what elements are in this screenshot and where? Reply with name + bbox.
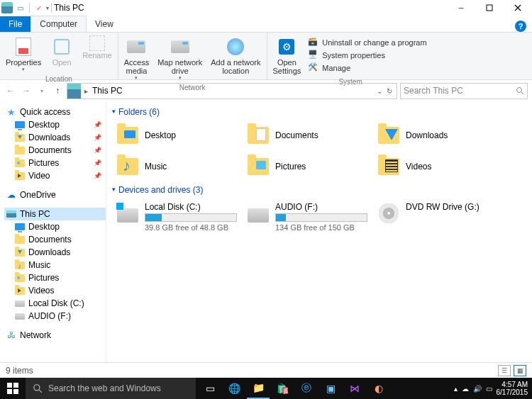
folder-tile[interactable]: Downloads (375, 121, 502, 150)
tab-file[interactable]: File (0, 16, 31, 32)
tray-chevron-icon[interactable]: ▴ (454, 385, 458, 393)
app-icon[interactable]: ⋈ (343, 378, 366, 399)
tree-item[interactable]: Downloads (4, 246, 106, 259)
tree-item[interactable]: AUDIO (F:) (4, 310, 106, 322)
ribbon-group-system: ⚙ Open Settings 🗃️ Uninstall or change a… (267, 33, 434, 79)
uninstall-programs-button[interactable]: 🗃️ Uninstall or change a program (308, 37, 426, 48)
main: ★ Quick access Desktop📌Downloads📌Documen… (0, 101, 532, 367)
title-bar: ▭ ✓ ▾ This PC ─ (0, 0, 532, 16)
tree-quick-access[interactable]: ★ Quick access (4, 106, 106, 118)
ie-icon[interactable]: ⓔ (295, 378, 318, 399)
tree-item[interactable]: Videos (4, 284, 106, 297)
qat-button[interactable]: ▭ (14, 2, 26, 13)
file-explorer-icon[interactable]: 📁 (247, 378, 270, 399)
rename-button[interactable]: Rename (79, 34, 115, 61)
volume-icon[interactable]: 🔊 (473, 385, 482, 393)
address-dropdown[interactable]: ⌄ (377, 87, 382, 95)
folder-icon (14, 298, 26, 309)
tree-item[interactable]: Video📌 (4, 169, 106, 182)
drive-usage-bar (275, 213, 367, 222)
breadcrumb-item[interactable]: This PC (91, 86, 124, 96)
gear-icon: ⚙ (279, 39, 294, 55)
search-input[interactable]: Search This PC (400, 83, 528, 99)
drive-tile[interactable]: Local Disk (C:) 39.8 GB free of 48.8 GB (113, 199, 241, 235)
svg-rect-4 (7, 389, 12, 394)
tree-item[interactable]: Pictures (4, 271, 106, 284)
start-button[interactable] (0, 378, 26, 399)
tree-item[interactable]: Local Disk (C:) (4, 297, 106, 310)
back-button[interactable]: ← (4, 84, 17, 97)
map-network-drive-button[interactable]: Map network drive ▾ (155, 34, 205, 82)
refresh-button[interactable]: ↻ (387, 87, 392, 95)
tree-item[interactable]: Desktop📌 (4, 118, 106, 131)
collapse-icon: ▾ (112, 186, 116, 193)
folder-icon (377, 155, 400, 178)
folder-tile[interactable]: Pictures (244, 152, 372, 181)
folder-icon (14, 285, 26, 296)
access-media-button[interactable]: Access media ▾ (121, 34, 152, 82)
add-network-location-button[interactable]: Add a network location (208, 34, 263, 77)
tree-item[interactable]: Desktop (4, 220, 106, 233)
folder-tile[interactable]: Desktop (113, 121, 241, 150)
folder-tile[interactable]: Videos (375, 152, 502, 181)
tree-item[interactable]: Pictures📌 (4, 157, 106, 169)
folder-name: Music (145, 162, 238, 172)
store-icon[interactable]: 🛍️ (271, 378, 294, 399)
minimize-button[interactable]: ─ (447, 0, 475, 16)
chevron-down-icon: ▾ (179, 75, 182, 81)
properties-button[interactable]: Properties ▾ (3, 34, 44, 74)
tab-view[interactable]: View (87, 16, 122, 32)
box-icon: 🗃️ (308, 37, 319, 48)
maximize-button[interactable] (475, 0, 504, 16)
clock[interactable]: 4:57 AM 6/17/2015 (497, 381, 528, 396)
tree-item[interactable]: Documents (4, 233, 106, 246)
app-icon[interactable]: ◐ (367, 378, 390, 399)
folder-icon (247, 155, 270, 178)
action-center-icon[interactable]: ▭ (486, 385, 492, 393)
search-icon (516, 86, 524, 95)
task-view-button[interactable]: ▭ (199, 378, 221, 399)
breadcrumb[interactable]: ▸ This PC ⌄ ↻ (67, 83, 397, 99)
onedrive-tray-icon[interactable]: ☁ (462, 385, 469, 393)
drive-icon (116, 202, 139, 225)
chevron-right-icon[interactable]: ▸ (82, 87, 91, 95)
drive-name: AUDIO (F:) (275, 202, 369, 212)
tree-item[interactable]: ♪Music (4, 259, 106, 271)
drive-tile[interactable]: DVD RW Drive (G:) (375, 199, 502, 235)
qat-properties-icon[interactable]: ✓ (33, 2, 45, 13)
ribbon: Properties ▾ Open Rename Location Access… (0, 32, 532, 80)
drive-free-text: 134 GB free of 150 GB (275, 223, 369, 232)
tiles-view-button[interactable]: ▦ (514, 365, 526, 376)
section-folders-header[interactable]: ▾ Folders (6) (112, 107, 526, 117)
forward-button[interactable]: → (20, 84, 33, 97)
tree-network[interactable]: 🖧 Network (4, 329, 106, 342)
taskbar-search[interactable]: Search the web and Windows (26, 378, 196, 399)
collapse-icon: ▾ (112, 108, 116, 115)
system-properties-button[interactable]: 🖥️ System properties (308, 50, 426, 61)
drive-tile[interactable]: AUDIO (F:) 134 GB free of 150 GB (244, 199, 372, 235)
tree-item[interactable]: Documents📌 (4, 144, 106, 157)
open-settings-button[interactable]: ⚙ Open Settings (270, 34, 304, 77)
folder-icon (14, 221, 26, 232)
folder-tile[interactable]: ♪ Music (113, 152, 241, 181)
folder-icon (14, 145, 26, 156)
app-icon[interactable]: ▣ (319, 378, 342, 399)
edge-icon[interactable]: 🌐 (223, 378, 245, 399)
open-button[interactable]: Open (47, 34, 77, 68)
close-button[interactable] (504, 0, 532, 16)
nav-bar: ← → ▾ ↑ ▸ This PC ⌄ ↻ Search This PC (0, 80, 532, 101)
tab-computer[interactable]: Computer (31, 16, 87, 32)
details-view-button[interactable]: ☰ (498, 365, 511, 376)
help-button[interactable]: ? (515, 21, 526, 32)
tree-item[interactable]: Downloads📌 (4, 131, 106, 144)
tree-this-pc[interactable]: This PC (4, 208, 106, 220)
tree-onedrive[interactable]: ☁ OneDrive (4, 189, 106, 201)
ribbon-group-location: Properties ▾ Open Rename Location (0, 33, 118, 79)
qat-customize-dropdown[interactable]: ▾ (46, 5, 49, 11)
manage-button[interactable]: 🛠️ Manage (308, 62, 426, 74)
folder-tile[interactable]: Documents (244, 121, 372, 150)
up-button[interactable]: ↑ (51, 84, 64, 97)
recent-dropdown[interactable]: ▾ (35, 84, 48, 97)
folder-icon: ♪ (116, 155, 139, 178)
section-drives-header[interactable]: ▾ Devices and drives (3) (112, 185, 526, 195)
